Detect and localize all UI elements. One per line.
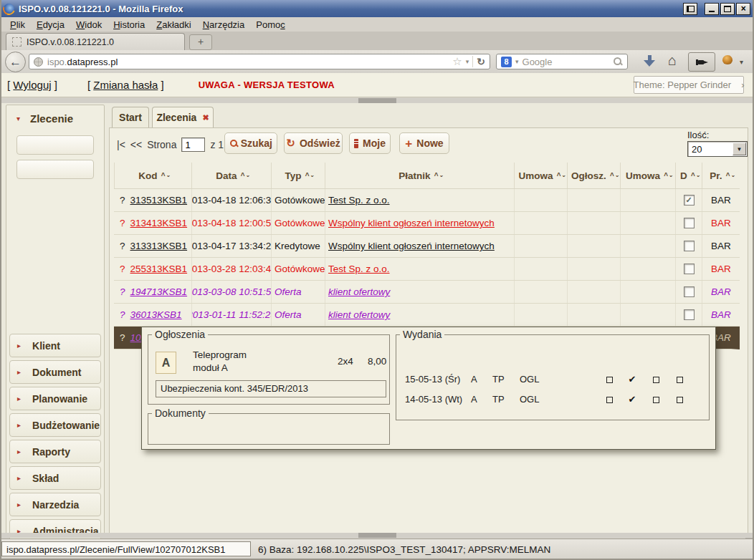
close-button[interactable]: × xyxy=(736,3,750,15)
new-tab-button[interactable]: + xyxy=(189,34,212,50)
change-password-link[interactable]: Zmiana hasła xyxy=(93,79,158,91)
dropdown-arrow-icon[interactable]: ▼ xyxy=(732,143,746,155)
menu-item[interactable]: Edycja xyxy=(31,19,70,31)
scrollbar-thumb[interactable] xyxy=(358,98,396,103)
sidebar-section[interactable]: ▸ Raporty xyxy=(9,440,101,463)
sort-asc-icon xyxy=(691,172,695,180)
theme-button[interactable]: Theme: Pepper Grinder› xyxy=(634,76,744,94)
bookmark-star-icon[interactable]: ☆ xyxy=(452,55,462,68)
menu-item[interactable]: Narzędzia xyxy=(197,19,251,31)
minimize-button[interactable] xyxy=(705,3,719,15)
firebug-icon[interactable] xyxy=(722,55,732,64)
downloads-icon[interactable] xyxy=(644,53,657,69)
module-badge[interactable]: A xyxy=(156,352,176,374)
url-dropdown-icon[interactable]: ▾ xyxy=(466,58,469,65)
help-icon[interactable]: ? xyxy=(120,264,125,274)
order-link[interactable]: 255313KSB1 xyxy=(130,264,188,274)
pager-prev[interactable]: << xyxy=(130,139,142,150)
column-header[interactable]: Ogłosz. xyxy=(567,163,620,188)
tab-start[interactable]: Start xyxy=(112,107,149,127)
home-button[interactable]: ⌂ xyxy=(668,52,677,69)
table-row[interactable]: ?36013KSB1 2013-01-11 11:52:23 Oferta kl… xyxy=(114,304,740,327)
table-row[interactable]: ?313413KSB1 2013-04-18 12:00:54 Gotówkow… xyxy=(114,212,740,235)
toolbar-overflow-icon[interactable]: ▾ xyxy=(740,58,743,66)
page-input[interactable] xyxy=(181,137,205,152)
column-header[interactable]: Umowa xyxy=(620,163,675,188)
help-icon[interactable]: ? xyxy=(120,218,125,228)
search-engine-dropdown-icon[interactable]: ▾ xyxy=(515,58,519,65)
maximize-button[interactable] xyxy=(720,3,735,15)
logout-link[interactable]: Wyloguj xyxy=(13,79,51,91)
search-icon[interactable] xyxy=(613,57,623,67)
sidebar-section[interactable]: ▸ Planowanie xyxy=(9,387,101,410)
table-row[interactable]: ?313313KSB1 2013-04-17 13:34:20 Kredytow… xyxy=(114,235,740,258)
menu-item[interactable]: Zakładki xyxy=(151,19,196,31)
sidebar-section[interactable]: ▸ Klient xyxy=(9,334,101,357)
help-icon[interactable]: ? xyxy=(120,309,125,320)
tab-close-icon[interactable]: ✖ xyxy=(202,113,209,122)
column-header[interactable]: Płatnik xyxy=(325,163,514,188)
menu-item[interactable]: Plik xyxy=(4,19,31,31)
back-button[interactable]: ← xyxy=(5,52,26,72)
menu-item[interactable]: Historia xyxy=(108,19,151,31)
row-checkbox[interactable] xyxy=(684,241,695,251)
column-header[interactable]: D xyxy=(675,163,702,188)
column-header[interactable]: Data xyxy=(191,163,271,188)
h-scrollbar-bottom[interactable] xyxy=(0,533,754,538)
order-link[interactable]: 194713KSB1 xyxy=(130,286,188,297)
order-link[interactable]: 36013KSB1 xyxy=(130,309,182,320)
row-checkbox[interactable] xyxy=(684,218,695,228)
payer-link[interactable]: Test Sp. z o.o. xyxy=(328,264,390,274)
menu-item[interactable]: Pomoc xyxy=(250,19,290,31)
payer-link[interactable]: klient ofertowy xyxy=(328,286,390,297)
help-icon[interactable]: ? xyxy=(120,195,125,206)
row-checkbox[interactable] xyxy=(684,195,695,206)
sidebar-button[interactable] xyxy=(16,135,94,155)
sort-desc-icon xyxy=(166,175,168,183)
maximize-icon xyxy=(724,6,731,12)
payer-link[interactable]: Test Sp. z o.o. xyxy=(328,195,390,206)
order-link[interactable]: 313413KSB1 xyxy=(130,218,188,228)
payer-link[interactable]: Wspólny klient ogłoszeń internetowych xyxy=(328,218,495,228)
row-checkbox[interactable] xyxy=(684,264,695,274)
toolbar-panel-button[interactable] xyxy=(683,3,697,15)
pager-first[interactable]: |< xyxy=(117,139,125,150)
count-select[interactable]: 20 ▼ xyxy=(687,141,748,157)
sidebar-section[interactable]: ▸ Dokument xyxy=(9,360,101,384)
payer-link[interactable]: klient ofertowy xyxy=(328,309,390,320)
table-row[interactable]: ?194713KSB1 2013-03-08 10:51:52 Oferta k… xyxy=(114,281,740,304)
url-bar[interactable]: ispo.datapress.pl ☆ ▾ ↻ xyxy=(29,54,490,69)
toolbar-button[interactable]: Szukaj xyxy=(224,132,277,154)
column-header[interactable]: Pr. xyxy=(702,163,740,188)
row-checkbox[interactable] xyxy=(684,286,695,297)
sidebar-section[interactable]: ▸ Budżetowanie xyxy=(9,413,101,437)
sidebar-section[interactable]: ▸ Skład xyxy=(9,466,101,490)
column-header[interactable]: Kod xyxy=(114,163,191,188)
sidebar-section-zlecenie[interactable]: ▾ Zlecenie xyxy=(6,105,104,131)
toolbar-button[interactable]: Nowe xyxy=(399,132,449,154)
browser-tab[interactable]: ISPO.v.0.08.121221.0 xyxy=(6,33,185,50)
reload-icon[interactable]: ↻ xyxy=(477,56,485,67)
sidebar-section[interactable]: ▸ Narzedzia xyxy=(9,493,101,516)
column-header[interactable]: Umowa xyxy=(514,163,567,188)
scrollbar-thumb[interactable] xyxy=(358,533,396,538)
menu-item[interactable]: Widok xyxy=(70,19,108,31)
table-row[interactable]: ?313513KSB1 2013-04-18 12:06:31 Gotówkow… xyxy=(114,189,740,212)
order-link[interactable]: 313513KSB1 xyxy=(130,195,188,206)
help-icon[interactable]: ? xyxy=(120,241,125,251)
tab-zlecenia[interactable]: Zlecenia ✖ xyxy=(152,107,214,127)
order-link[interactable]: 313313KSB1 xyxy=(130,241,188,251)
pin-button[interactable] xyxy=(688,52,715,72)
h-scrollbar-top[interactable] xyxy=(0,98,754,103)
payer-link[interactable]: Wspólny klient ogłoszeń internetowych xyxy=(328,241,495,251)
row-checkbox[interactable] xyxy=(684,309,695,320)
help-icon[interactable]: ? xyxy=(120,286,125,297)
sidebar-button[interactable] xyxy=(16,160,94,179)
column-header[interactable]: Typ xyxy=(271,163,325,188)
toolbar-button[interactable]: Moje xyxy=(349,132,391,154)
table-row[interactable]: ?255313KSB1 2013-03-28 12:03:41 Gotówkow… xyxy=(114,258,740,281)
tab-title: ISPO.v.0.08.121221.0 xyxy=(27,37,114,47)
toolbar-button[interactable]: Odśwież xyxy=(284,132,343,154)
search-box[interactable]: 8 ▾ Google xyxy=(496,54,628,69)
help-icon[interactable]: ? xyxy=(120,332,125,343)
